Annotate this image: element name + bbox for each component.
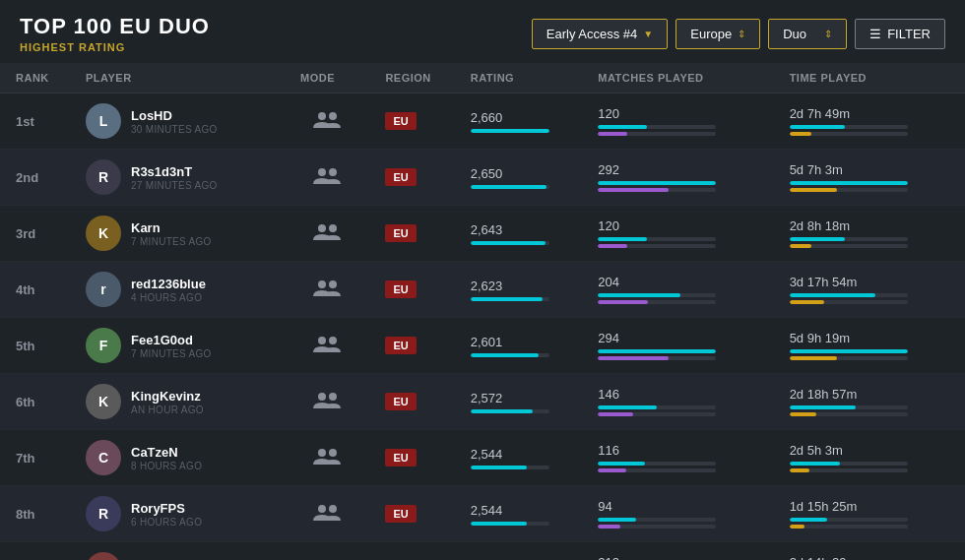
region-cell: EU: [369, 150, 454, 206]
player-name: Karn: [131, 220, 212, 235]
svg-point-14: [318, 505, 326, 513]
table-header-row: Rank Player Mode Region Rating Matches P…: [0, 63, 965, 93]
matches-value: 294: [598, 331, 757, 345]
rank-cell: 3rd: [0, 206, 70, 262]
svg-point-10: [318, 393, 326, 401]
matches-value: 116: [598, 443, 757, 458]
early-access-dropdown[interactable]: Early Access #4 ▼: [532, 19, 668, 49]
player-time-ago: 30 MINUTES AGO: [131, 124, 218, 135]
player-name: LosHD: [131, 108, 218, 123]
avatar: r: [86, 272, 121, 307]
rating-cell: 2,572: [455, 374, 583, 430]
svg-point-6: [318, 280, 326, 288]
rating-cell: 2,544: [455, 430, 583, 486]
avatar: C: [86, 440, 121, 475]
rating-cell: 2,544: [455, 486, 583, 542]
region-cell: EU: [369, 430, 454, 486]
svg-point-4: [318, 224, 326, 232]
time-cell: 2d 7h 49m: [774, 93, 965, 150]
region-badge: EU: [385, 449, 416, 467]
player-name: iLame_ru: [131, 557, 242, 561]
matches-value: 120: [598, 218, 757, 233]
table-row: 8thRRoryFPS6 HOURS AGO EU2,544941d 15h 2…: [0, 486, 965, 542]
mode-cell: [285, 93, 369, 150]
player-cell: RRoryFPS6 HOURS AGO: [70, 486, 285, 542]
svg-point-0: [318, 112, 326, 120]
player-time-ago: 6 HOURS AGO: [131, 517, 202, 528]
filter-button[interactable]: ☰ FILTER: [855, 19, 945, 49]
rank-cell: 6th: [0, 374, 70, 430]
player-time-ago: 4 HOURS AGO: [131, 292, 206, 303]
mode-dropdown[interactable]: Duo ⇕: [768, 19, 847, 49]
region-label: Europe: [690, 27, 732, 41]
rating-cell: 2,601: [455, 318, 583, 374]
region-cell: EU: [369, 374, 454, 430]
rank-cell: 9th: [0, 542, 70, 561]
rating-cell: 2,660: [455, 93, 583, 150]
player-cell: RR3s1d3nT27 MINUTES AGO: [70, 150, 285, 206]
svg-point-9: [329, 337, 337, 344]
mode-cell: [285, 206, 369, 262]
region-badge: EU: [385, 337, 416, 354]
duo-mode-icon: [313, 447, 341, 467]
region-badge: EU: [385, 112, 416, 130]
duo-mode-icon: [313, 222, 341, 242]
svg-point-3: [329, 168, 337, 176]
matches-cell: 204: [582, 262, 773, 318]
player-name: CaTzeN: [131, 445, 202, 460]
matches-value: 94: [598, 499, 757, 514]
player-time-ago: AN HOUR AGO: [131, 404, 204, 415]
rating-value: 2,623: [471, 279, 567, 293]
time-cell: 2d 18h 57m: [774, 374, 965, 430]
time-cell: 5d 7h 3m: [774, 150, 965, 206]
mode-cell: [285, 374, 369, 430]
svg-point-2: [318, 168, 326, 176]
table-row: 1stLLosHD30 MINUTES AGO EU2,6601202d 7h …: [0, 93, 965, 150]
mode-cell: [285, 430, 369, 486]
region-badge: EU: [385, 224, 416, 242]
matches-cell: 120: [582, 93, 773, 150]
mode-cell: [285, 318, 369, 374]
duo-mode-icon: [313, 391, 341, 410]
svg-point-1: [329, 112, 337, 120]
player-time-ago: 27 MINUTES AGO: [131, 180, 218, 191]
rating-cell: 2,623: [455, 262, 583, 318]
mode-label: Duo: [783, 27, 806, 41]
mode-cell: [285, 542, 369, 561]
player-name: red1236blue: [131, 277, 206, 291]
filter-label: FILTER: [887, 27, 931, 41]
region-cell: EU: [369, 542, 454, 561]
svg-point-13: [329, 449, 337, 457]
svg-point-8: [318, 337, 326, 344]
rating-cell: 2,643: [455, 206, 583, 262]
player-cell: KKingKevinzAN HOUR AGO: [70, 374, 285, 430]
region-badge: EU: [385, 393, 416, 410]
table-row: 3rdKKarn7 MINUTES AGO EU2,6431202d 8h 18…: [0, 206, 965, 262]
matches-cell: 94: [582, 486, 773, 542]
time-played-value: 1d 15h 25m: [790, 499, 949, 514]
avatar: K: [86, 384, 121, 419]
svg-point-15: [329, 505, 337, 513]
time-cell: 1d 15h 25m: [774, 486, 965, 542]
chevron-down-icon: ⇕: [824, 29, 832, 39]
matches-value: 292: [598, 162, 757, 177]
leaderboard-table: Rank Player Mode Region Rating Matches P…: [0, 63, 965, 560]
controls: Early Access #4 ▼ Europe ⇕ Duo ⇕ ☰ FILTE…: [532, 19, 945, 49]
time-cell: 3d 17h 54m: [774, 262, 965, 318]
region-dropdown[interactable]: Europe ⇕: [676, 19, 760, 49]
time-played-value: 2d 18h 57m: [790, 387, 949, 402]
time-played-value: 3d 14h 29m: [790, 555, 949, 560]
time-cell: 3d 14h 29m: [774, 542, 965, 561]
svg-point-12: [318, 449, 326, 457]
rating-value: 2,572: [471, 391, 567, 405]
main-title: TOP 100 EU DUO: [20, 14, 210, 39]
rating-value: 2,544: [471, 447, 567, 462]
matches-value: 212: [598, 555, 757, 560]
early-access-label: Early Access #4: [547, 27, 638, 41]
player-cell: FFee1G0od7 MINUTES AGO: [70, 318, 285, 374]
svg-point-7: [329, 280, 337, 288]
region-cell: EU: [369, 262, 454, 318]
duo-mode-icon: [313, 335, 341, 354]
duo-mode-icon: [313, 503, 341, 523]
avatar: L: [86, 103, 121, 139]
